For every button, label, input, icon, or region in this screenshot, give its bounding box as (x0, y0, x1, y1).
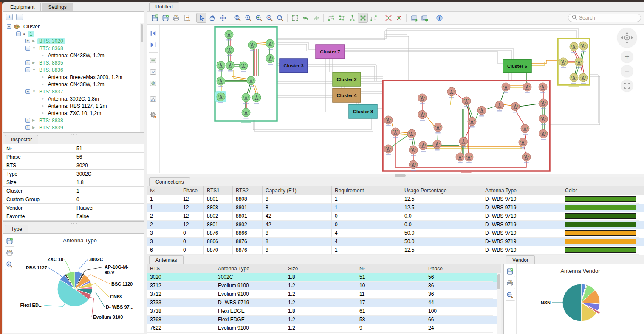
antenna-node[interactable] (570, 42, 578, 51)
column-header[interactable]: BTS1 (204, 186, 233, 195)
group-add-icon[interactable] (409, 13, 419, 23)
expand-all-button[interactable]: + (6, 14, 13, 20)
layout-hierarchic-icon[interactable] (326, 13, 336, 23)
group-remove-icon[interactable] (419, 13, 429, 23)
tree-expander[interactable]: + (25, 125, 30, 130)
antenna-node[interactable] (459, 137, 468, 146)
column-header[interactable]: Phase (425, 264, 493, 273)
nav-first-icon[interactable] (148, 28, 158, 38)
antennas-scrollbar[interactable] (497, 273, 501, 334)
view-b-icon[interactable] (148, 67, 158, 77)
print-icon[interactable] (5, 248, 15, 258)
tab-type[interactable]: Type (5, 225, 28, 233)
inspector-row[interactable]: Phase56 (3, 153, 144, 161)
view-d-icon[interactable] (148, 94, 158, 104)
nav-last-icon[interactable] (148, 39, 158, 50)
antenna-node[interactable] (579, 73, 588, 82)
table-row[interactable]: 112880188088112.5D- WBS 9719 (147, 195, 644, 204)
export-image-icon[interactable] (505, 267, 515, 277)
tree-expander[interactable]: + (25, 60, 30, 65)
antenna-node[interactable] (225, 46, 234, 54)
table-row[interactable]: 30203002C1.85156 (147, 273, 501, 282)
diagram-canvas[interactable]: Cluster 3Cluster 7Cluster 2Cluster 4Clus… (147, 24, 644, 174)
antenna-node[interactable] (433, 140, 441, 149)
antenna-node[interactable] (539, 129, 548, 138)
antenna-node[interactable] (248, 41, 257, 49)
antenna-node[interactable] (419, 141, 427, 150)
move-tool-icon[interactable] (217, 13, 228, 23)
column-header[interactable]: Antenna Type (215, 264, 285, 273)
antenna-node[interactable] (539, 115, 548, 123)
layout-organic-icon[interactable] (336, 13, 347, 23)
table-row[interactable]: 3733D- WBS 97191.21744 (147, 299, 501, 307)
tree-item[interactable]: ●Antenna: 3002C, 1.8m (3, 95, 140, 102)
antenna-node[interactable] (465, 153, 473, 161)
tree-expander[interactable]: + (25, 118, 30, 123)
view-a-icon[interactable] (148, 55, 158, 65)
inspector-row[interactable]: FavoriteFalse (3, 212, 144, 221)
antenna-node[interactable] (511, 102, 520, 111)
column-header[interactable]: BTS2 (233, 186, 263, 195)
tab-connections[interactable]: Connections (149, 177, 190, 186)
antenna-node[interactable] (266, 39, 274, 48)
tree-item[interactable]: +▶BTS: 8835 (3, 59, 140, 66)
antenna-node[interactable] (384, 145, 393, 153)
column-header[interactable]: № (147, 186, 180, 195)
antenna-node[interactable] (391, 128, 400, 136)
pan-navigator-control[interactable] (617, 28, 637, 48)
zoom-in-button[interactable]: + (621, 51, 633, 63)
inspector-row[interactable]: Size1.8 (3, 178, 144, 187)
tree-expander[interactable]: − (25, 67, 30, 72)
fit-graph-icon[interactable] (290, 13, 300, 23)
view-c-icon[interactable] (148, 78, 158, 88)
tree-item[interactable]: −▼BTS: 8837 (3, 88, 140, 95)
export-image-icon[interactable] (160, 13, 170, 23)
antenna-node[interactable] (539, 83, 547, 91)
table-row[interactable]: 3712Evolium 91001.21136 (147, 290, 501, 299)
table-row[interactable]: 7622Evolium 91001.2924 (147, 324, 501, 333)
antenna-node[interactable] (539, 99, 548, 107)
tree-expander[interactable]: − (16, 31, 21, 36)
column-header[interactable]: Capacity (E1) (263, 186, 332, 195)
antenna-node[interactable] (434, 123, 442, 132)
select-cursor-icon[interactable] (196, 13, 206, 23)
zoom-in-icon[interactable] (254, 13, 264, 23)
print-icon[interactable] (505, 279, 515, 289)
inspector-row[interactable]: VendorHuawei (3, 204, 144, 212)
table-row[interactable]: 60887088768112.5D- WBS 9719 (147, 246, 644, 255)
antenna-node[interactable] (409, 160, 418, 169)
zoom-out-icon[interactable] (264, 13, 274, 23)
export-image-icon[interactable] (5, 236, 15, 247)
zoom-fit-icon[interactable] (275, 13, 285, 23)
layout-router-icon[interactable] (368, 13, 378, 23)
antenna-node[interactable] (266, 54, 274, 63)
tree-item[interactable]: +▶BTS: 3020 (3, 37, 140, 45)
tree-item[interactable]: ●Antenna: BreezeMax 3000, 1.2m (3, 73, 140, 81)
tree-item[interactable]: ●Antenna: ZXC 10, 1,2m (3, 109, 140, 117)
antenna-node[interactable] (519, 138, 527, 146)
table-row[interactable]: 3738Flexi EDGE1.861100 (147, 307, 501, 316)
tree-item[interactable]: ●Antenna: RBS 1127, 1.2m (3, 102, 140, 109)
antenna-node[interactable] (217, 61, 225, 70)
tab-inspector[interactable]: Inspector (5, 135, 38, 144)
save-image-icon[interactable] (150, 13, 160, 23)
column-header[interactable]: Requirement (332, 186, 401, 195)
tab-vendor[interactable]: Vendor (506, 255, 535, 264)
table-row[interactable]: 3712Evolium 91001.21036 (147, 282, 501, 290)
antenna-node[interactable] (217, 77, 225, 85)
zoom-out-button[interactable]: − (621, 65, 633, 77)
antenna-node[interactable] (409, 146, 418, 154)
antenna-node[interactable] (407, 129, 416, 138)
antenna-node[interactable] (418, 94, 427, 102)
tab-antennas[interactable]: Antennas (149, 255, 184, 264)
zoom-actual-icon[interactable] (243, 13, 253, 23)
inspector-row[interactable]: BTS3020 (3, 161, 144, 170)
antenna-node[interactable] (384, 116, 393, 124)
fit-view-button[interactable] (621, 80, 633, 92)
antenna-node[interactable] (462, 97, 471, 105)
antenna-node[interactable] (225, 30, 233, 39)
layout-tree-icon[interactable] (347, 13, 357, 23)
table-row[interactable]: 30887688668450.0D- WBS 9719 (147, 229, 644, 238)
tree-item[interactable]: −▼BTS: 8368 (3, 45, 140, 52)
antenna-node[interactable] (456, 153, 464, 161)
